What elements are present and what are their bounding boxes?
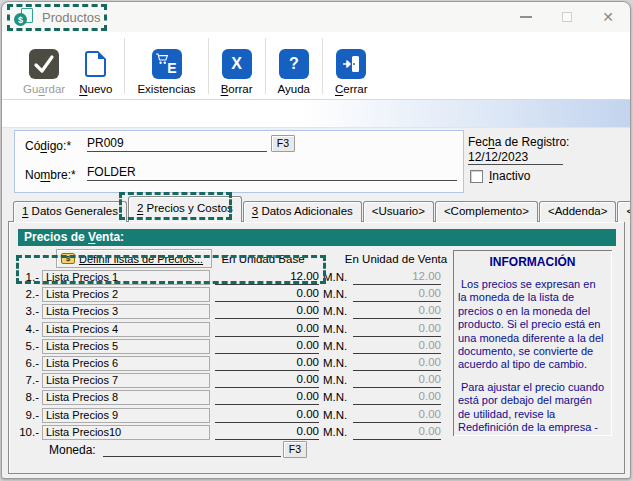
currency-label: M.N. xyxy=(323,374,347,386)
currency-label: M.N. xyxy=(323,357,347,369)
row-number: 5.- xyxy=(13,340,39,352)
price-list-name-field[interactable]: Lista Precios 1 xyxy=(42,270,210,285)
toolbar: Guardar Nuevo E Existencias X Borrar ? A… xyxy=(2,32,630,100)
precios-tab-panel: Precios de Venta: $ Definir listas de Pr… xyxy=(8,221,625,474)
price-row-4: 4.- Lista Precios 4 0.00 M.N. 0.00 xyxy=(9,322,449,339)
column-header-unidad-base: En Unidad Base xyxy=(207,253,319,265)
tab-addenda[interactable]: <Addenda> xyxy=(539,201,616,222)
price-row-8: 8.- Lista Precios 8 0.00 M.N. 0.00 xyxy=(9,390,449,407)
price-list-name-field[interactable]: Lista Precios 8 xyxy=(42,390,210,405)
close-icon[interactable]: ✕ xyxy=(602,10,614,24)
tab-precios-y-costos[interactable]: 2 Precios y Costos xyxy=(128,196,242,222)
moneda-label: Moneda: xyxy=(49,443,96,457)
currency-label: M.N. xyxy=(323,323,347,335)
tab-usuario[interactable]: <Usuario> xyxy=(363,201,434,222)
base-price-input[interactable]: 0.00 xyxy=(215,408,319,423)
nombre-input[interactable]: FOLDER xyxy=(87,165,457,181)
inactivo-checkbox[interactable] xyxy=(470,170,483,183)
nombre-label: Nombre:* xyxy=(25,168,76,182)
price-list-rows: 1.- Lista Precios 1 12.00 M.N. 12.00 2.-… xyxy=(9,270,449,442)
informacion-paragraph-2: Para ajustar el precio cuando está por d… xyxy=(453,381,612,436)
price-row-6: 6.- Lista Precios 6 0.00 M.N. 0.00 xyxy=(9,356,449,373)
toolbar-separator xyxy=(124,38,125,94)
toolbar-separator xyxy=(208,38,209,94)
price-tag-icon: $ xyxy=(61,253,75,264)
price-list-name-field[interactable]: Lista Precios 5 xyxy=(42,339,210,354)
venta-price-field: 0.00 xyxy=(353,425,441,440)
base-price-input[interactable]: 0.00 xyxy=(215,390,319,405)
tab-expediente[interactable]: <Expediente> xyxy=(617,201,631,222)
column-header-unidad-venta: En Unidad de Venta xyxy=(339,253,453,265)
row-number: 2.- xyxy=(13,288,39,300)
codigo-f3-button[interactable]: F3 xyxy=(271,135,295,152)
price-list-name-field[interactable]: Lista Precios 3 xyxy=(42,304,210,319)
window-controls: ✕ xyxy=(520,2,614,32)
currency-label: M.N. xyxy=(323,305,347,317)
exit-door-icon xyxy=(336,49,366,79)
delete-x-icon: X xyxy=(222,49,252,79)
titlebar: $ Productos ✕ xyxy=(2,2,630,32)
row-number: 9.- xyxy=(13,409,39,421)
informacion-title: INFORMACIÓN xyxy=(453,255,612,269)
minimize-icon[interactable] xyxy=(520,16,532,18)
moneda-f3-button[interactable]: F3 xyxy=(283,441,307,458)
precios-de-venta-header: Precios de Venta: xyxy=(18,229,616,246)
fecha-registro-value[interactable]: 12/12/2023 xyxy=(468,150,563,165)
guardar-button: Guardar xyxy=(16,37,72,95)
row-number: 3.- xyxy=(13,305,39,317)
base-price-input[interactable]: 0.00 xyxy=(215,356,319,371)
definir-listas-button[interactable]: $ Definir listas de Precios... xyxy=(56,249,212,268)
price-row-10: 10.- Lista Precios10 0.00 M.N. 0.00 xyxy=(9,425,449,442)
venta-price-field: 0.00 xyxy=(353,408,441,423)
toolbar-separator xyxy=(322,38,323,94)
dollar-icon: $ xyxy=(14,13,27,26)
price-list-name-field[interactable]: Lista Precios 9 xyxy=(42,408,210,423)
informacion-paragraph-1: Los precios se expresan en la moneda de … xyxy=(453,278,612,372)
price-row-2: 2.- Lista Precios 2 0.00 M.N. 0.00 xyxy=(9,287,449,304)
inactivo-checkbox-row: Inactivo xyxy=(470,169,530,183)
existencias-button[interactable]: E Existencias xyxy=(130,37,202,95)
currency-label: M.N. xyxy=(323,271,347,283)
borrar-button[interactable]: X Borrar xyxy=(214,37,260,95)
new-document-icon xyxy=(85,51,106,77)
base-price-input[interactable]: 0.00 xyxy=(215,287,319,302)
ayuda-button[interactable]: ? Ayuda xyxy=(271,37,317,95)
inactivo-label: Inactivo xyxy=(489,169,530,183)
codigo-input[interactable]: PR009 xyxy=(87,136,267,152)
price-row-1: 1.- Lista Precios 1 12.00 M.N. 12.00 xyxy=(9,270,449,287)
gradient-band xyxy=(2,100,630,128)
base-price-input[interactable]: 0.00 xyxy=(215,373,319,388)
price-list-name-field[interactable]: Lista Precios 6 xyxy=(42,356,210,371)
price-row-5: 5.- Lista Precios 5 0.00 M.N. 0.00 xyxy=(9,339,449,356)
save-check-icon xyxy=(29,49,59,79)
currency-label: M.N. xyxy=(323,409,347,421)
tab-datos-adicionales[interactable]: 3 Datos Adicionales xyxy=(243,201,362,222)
venta-price-field: 0.00 xyxy=(353,390,441,405)
product-identity-groupbox: Código:* PR009 F3 Nombre:* FOLDER xyxy=(14,130,464,193)
base-price-input[interactable]: 12.00 xyxy=(215,270,319,285)
venta-price-field: 0.00 xyxy=(353,287,441,302)
price-list-name-field[interactable]: Lista Precios 2 xyxy=(42,287,210,302)
moneda-input[interactable] xyxy=(103,441,281,457)
base-price-input[interactable]: 0.00 xyxy=(215,339,319,354)
price-list-name-field[interactable]: Lista Precios 7 xyxy=(42,373,210,388)
currency-label: M.N. xyxy=(323,340,347,352)
nuevo-button[interactable]: Nuevo xyxy=(72,37,119,95)
inventory-cart-icon: E xyxy=(152,49,182,79)
base-price-input[interactable]: 0.00 xyxy=(215,322,319,337)
base-price-input[interactable]: 0.00 xyxy=(215,304,319,319)
tab-complemento[interactable]: <Complemento> xyxy=(435,201,538,222)
row-number: 6.- xyxy=(13,357,39,369)
tab-datos-generales[interactable]: 1 Datos Generales xyxy=(13,201,127,222)
cerrar-button[interactable]: Cerrar xyxy=(328,37,375,95)
toolbar-separator xyxy=(265,38,266,94)
price-row-3: 3.- Lista Precios 3 0.00 M.N. 0.00 xyxy=(9,304,449,321)
base-price-input[interactable]: 0.00 xyxy=(215,425,319,440)
price-row-7: 7.- Lista Precios 7 0.00 M.N. 0.00 xyxy=(9,373,449,390)
price-list-name-field[interactable]: Lista Precios10 xyxy=(42,425,210,440)
row-number: 4.- xyxy=(13,323,39,335)
currency-label: M.N. xyxy=(323,391,347,403)
price-list-name-field[interactable]: Lista Precios 4 xyxy=(42,322,210,337)
currency-label: M.N. xyxy=(323,426,347,438)
productos-window: $ Productos ✕ Guardar Nuevo E Existencia… xyxy=(1,1,631,479)
